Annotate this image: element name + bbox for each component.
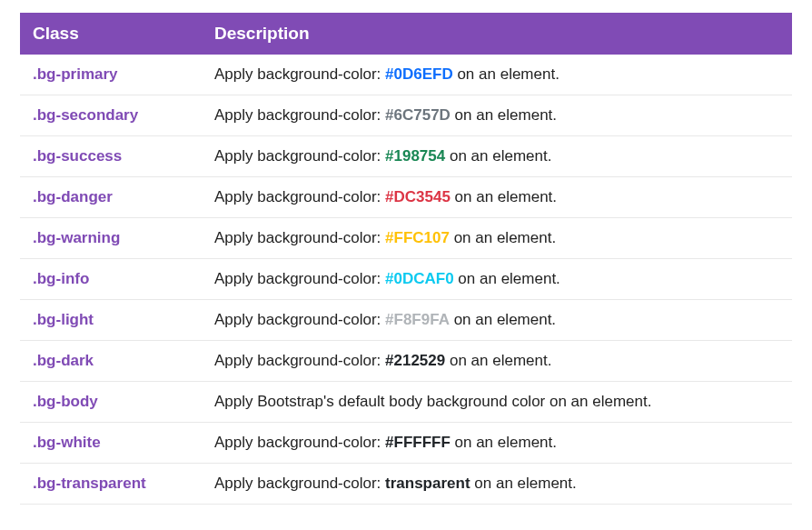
description-text: Apply background-color:	[214, 311, 385, 328]
cell-description: Apply background-color: #0D6EFD on an el…	[202, 55, 792, 95]
table-row: .bg-bodyApply Bootstrap's default body b…	[20, 382, 792, 423]
cell-class: .bg-warning	[20, 218, 202, 259]
cell-class: .bg-light	[20, 300, 202, 341]
cell-class: .bg-secondary	[20, 95, 202, 136]
cell-class: .bg-primary	[20, 55, 202, 95]
table-row: .bg-dangerApply background-color: #DC354…	[20, 177, 792, 218]
description-text: Apply background-color:	[214, 475, 385, 492]
color-value: transparent	[385, 475, 470, 492]
cell-description: Apply background-color: #0DCAF0 on an el…	[202, 259, 792, 300]
cell-class: .bg-transparent	[20, 464, 202, 505]
cell-description: Apply background-color: #FFFFFF on an el…	[202, 423, 792, 464]
color-value: #0DCAF0	[385, 270, 454, 287]
color-value: #FFC107	[385, 229, 450, 246]
color-value: #DC3545	[385, 188, 451, 205]
doc-table: Class Description .bg-primaryApply backg…	[20, 13, 792, 505]
description-suffix: on an element.	[445, 352, 551, 369]
description-suffix: on an element.	[451, 434, 557, 451]
table-row: .bg-darkApply background-color: #212529 …	[20, 341, 792, 382]
cell-description: Apply background-color: #198754 on an el…	[202, 136, 792, 177]
cell-class: .bg-success	[20, 136, 202, 177]
description-suffix: on an element.	[454, 270, 560, 287]
description-suffix: on an element.	[450, 311, 556, 328]
class-name: .bg-success	[33, 147, 122, 165]
color-value: #0D6EFD	[385, 65, 453, 83]
class-name: .bg-secondary	[33, 106, 138, 124]
class-name: .bg-primary	[33, 65, 118, 83]
cell-description: Apply background-color: #6C757D on an el…	[202, 95, 792, 136]
table-row: .bg-warningApply background-color: #FFC1…	[20, 218, 792, 259]
cell-class: .bg-dark	[20, 341, 202, 382]
description-text: Apply background-color:	[214, 147, 385, 165]
color-value: #FFFFFF	[385, 434, 451, 451]
table-row: .bg-primaryApply background-color: #0D6E…	[20, 55, 792, 95]
color-value: #F8F9FA	[385, 311, 450, 328]
color-value: #6C757D	[385, 106, 451, 124]
cell-class: .bg-body	[20, 382, 202, 423]
description-text: Apply background-color:	[214, 434, 385, 451]
description-suffix: on an element.	[451, 188, 557, 205]
description-suffix: on an element.	[470, 475, 577, 492]
table-header: Class Description	[20, 13, 792, 55]
table-row: .bg-secondaryApply background-color: #6C…	[20, 95, 792, 136]
cell-description: Apply background-color: transparent on a…	[202, 464, 792, 505]
header-description: Description	[202, 13, 792, 55]
description-text: Apply background-color:	[214, 106, 385, 124]
cell-description: Apply background-color: #FFC107 on an el…	[202, 218, 792, 259]
cell-description: Apply background-color: #212529 on an el…	[202, 341, 792, 382]
description-text: Apply background-color:	[214, 270, 385, 287]
table-row: .bg-lightApply background-color: #F8F9FA…	[20, 300, 792, 341]
class-name: .bg-light	[33, 311, 94, 328]
color-value: #212529	[385, 352, 445, 369]
cell-description: Apply Bootstrap's default body backgroun…	[202, 382, 792, 423]
class-name: .bg-body	[33, 393, 98, 410]
description-suffix: on an element.	[445, 147, 551, 165]
class-name: .bg-danger	[33, 188, 113, 205]
cell-description: Apply background-color: #F8F9FA on an el…	[202, 300, 792, 341]
class-name: .bg-white	[33, 434, 101, 451]
table-row: .bg-whiteApply background-color: #FFFFFF…	[20, 423, 792, 464]
table-row: .bg-transparentApply background-color: t…	[20, 464, 792, 505]
header-class: Class	[20, 13, 202, 55]
description-suffix: on an element.	[453, 65, 559, 83]
cell-class: .bg-white	[20, 423, 202, 464]
description-suffix: on an element.	[450, 229, 556, 246]
cell-class: .bg-danger	[20, 177, 202, 218]
cell-description: Apply background-color: #DC3545 on an el…	[202, 177, 792, 218]
color-value: #198754	[385, 147, 445, 165]
description-text: Apply background-color:	[214, 188, 385, 205]
description-text: Apply background-color:	[214, 229, 385, 246]
table-row: .bg-successApply background-color: #1987…	[20, 136, 792, 177]
class-name: .bg-transparent	[33, 475, 146, 492]
class-name: .bg-warning	[33, 229, 120, 246]
description-text: Apply background-color:	[214, 65, 385, 83]
description-text: Apply Bootstrap's default body backgroun…	[214, 393, 651, 410]
class-name: .bg-dark	[33, 352, 94, 369]
description-text: Apply background-color:	[214, 352, 385, 369]
description-suffix: on an element.	[451, 106, 557, 124]
cell-class: .bg-info	[20, 259, 202, 300]
table-row: .bg-infoApply background-color: #0DCAF0 …	[20, 259, 792, 300]
class-name: .bg-info	[33, 270, 89, 287]
